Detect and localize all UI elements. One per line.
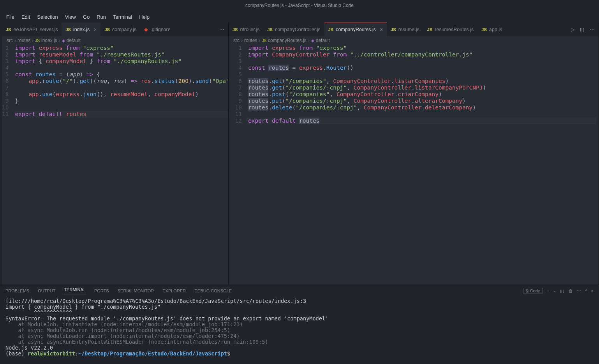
- panel-tab-debug-console[interactable]: DEBUG CONSOLE: [194, 288, 232, 293]
- code-line[interactable]: export default routes: [15, 111, 228, 118]
- split-icon[interactable]: ⫿⫿: [580, 26, 585, 32]
- close-icon[interactable]: ×: [380, 26, 383, 33]
- breadcrumb-item[interactable]: default: [316, 38, 330, 43]
- panel-tab-terminal[interactable]: TERMINAL: [64, 287, 86, 294]
- tab-ntroller-js[interactable]: JSntroller.js: [229, 23, 264, 36]
- code-line[interactable]: const routes = (app) => {: [15, 71, 228, 78]
- panel-tab-output[interactable]: OUTPUT: [38, 288, 55, 293]
- code-line[interactable]: [15, 65, 228, 71]
- code-line[interactable]: routes.post("/companies", CompanyControl…: [248, 91, 596, 98]
- code-line[interactable]: import { companyModel } from "./companyR…: [15, 58, 228, 65]
- code-line[interactable]: routes.put("/companies/:cnpj", CompanyCo…: [248, 98, 596, 104]
- line-number: 10: [2, 104, 9, 111]
- panel-tab-serial-monitor[interactable]: SERIAL MONITOR: [118, 288, 154, 293]
- breadcrumb-item[interactable]: routes: [244, 38, 257, 43]
- tab-index-js[interactable]: JSindex.js×: [62, 23, 100, 36]
- more-icon[interactable]: ⋯: [219, 26, 224, 32]
- more-icon[interactable]: ⋯: [577, 288, 581, 294]
- panel-tab-explorer[interactable]: EXPLORER: [162, 288, 186, 293]
- menu-go[interactable]: Go: [80, 12, 93, 21]
- trash-icon[interactable]: 🗑: [569, 288, 573, 293]
- breadcrumb-item[interactable]: companyRoutes.js: [268, 38, 307, 43]
- code-line[interactable]: [15, 104, 228, 111]
- more-icon[interactable]: ⋯: [590, 26, 595, 32]
- tab-company-js[interactable]: JScompany.js: [100, 23, 140, 36]
- code-line[interactable]: [15, 84, 228, 91]
- breadcrumb-left[interactable]: src›routes›JSindex.js›◈default: [2, 36, 228, 45]
- line-number: 8: [229, 91, 242, 98]
- tab-label: resumesRoutes.js: [435, 27, 474, 32]
- menu-selection[interactable]: Selection: [34, 12, 61, 21]
- tab-app-js[interactable]: JSapp.js: [477, 23, 506, 36]
- gutter-left: 1234567891011: [2, 45, 15, 285]
- code-line[interactable]: routes.get("/companies", CompanyControll…: [248, 78, 596, 84]
- code-editor-right[interactable]: 123456789101112 import express from "exp…: [229, 45, 599, 285]
- code-line[interactable]: import resumeModel from "./resumesRoutes…: [15, 51, 228, 58]
- title-bar: companyRoutes.js - JavaScript - Visual S…: [0, 0, 599, 11]
- breadcrumb-item[interactable]: index.js: [41, 38, 57, 43]
- chevron-right-icon: ›: [32, 38, 33, 43]
- new-terminal-icon[interactable]: +: [547, 288, 549, 293]
- tab-eeJobsAPI_server-js[interactable]: JSeeJobsAPI_server.js: [2, 23, 62, 36]
- breadcrumb-item[interactable]: default: [67, 38, 81, 43]
- code-line[interactable]: [248, 111, 596, 118]
- tab-label: eeJobsAPI_server.js: [13, 27, 58, 32]
- menu-help[interactable]: Help: [136, 12, 153, 21]
- code-line[interactable]: app.route("/").get((req, res) => res.sta…: [15, 78, 228, 84]
- chevron-down-icon[interactable]: ⌄: [553, 289, 556, 293]
- tab-companyRoutes-js[interactable]: JScompanyRoutes.js×: [324, 23, 387, 36]
- terminal-output[interactable]: file:///home/real/Desktop/Programa%C3%A7…: [0, 297, 599, 364]
- code-line[interactable]: [248, 71, 596, 78]
- terminal-icon: ⎘: [526, 288, 529, 293]
- code-line[interactable]: app.use(express.json(), resumeModel, com…: [15, 91, 228, 98]
- code-line[interactable]: import CompanyController from "../contro…: [248, 51, 596, 58]
- menu-view[interactable]: View: [62, 12, 79, 21]
- menu-terminal[interactable]: Terminal: [110, 12, 135, 21]
- code-line[interactable]: import express from "express": [248, 45, 596, 51]
- line-number: 4: [2, 65, 9, 71]
- close-icon[interactable]: ×: [93, 26, 97, 33]
- code-line[interactable]: import express from "express": [15, 45, 228, 51]
- tab-resume-js[interactable]: JSresume.js: [387, 23, 423, 36]
- tab-label: companyController.js: [275, 27, 321, 32]
- panel-tab-ports[interactable]: PORTS: [94, 288, 109, 293]
- code-line[interactable]: const routes = express.Router(): [248, 65, 596, 71]
- js-icon: JS: [6, 27, 11, 32]
- code-line[interactable]: export default routes: [248, 118, 596, 124]
- tab-companyController-js[interactable]: JScompanyController.js: [264, 23, 324, 36]
- menu-edit[interactable]: Edit: [18, 12, 33, 21]
- terminal-selector[interactable]: ⎘ Code: [523, 288, 543, 294]
- terminal-line: import { companyModel } from "./companyR…: [5, 304, 594, 310]
- code-line[interactable]: routes.delete("/companies/:cnpj", Compan…: [248, 104, 596, 111]
- code-line[interactable]: }: [15, 98, 228, 104]
- breadcrumb-item[interactable]: src: [233, 38, 240, 43]
- js-icon: JS: [35, 39, 40, 43]
- tab-resumesRoutes-js[interactable]: JSresumesRoutes.js: [423, 23, 478, 36]
- line-number: 9: [2, 98, 9, 104]
- tab-label: ntroller.js: [240, 27, 259, 32]
- code-lines-left[interactable]: import express from "express"import resu…: [15, 45, 228, 285]
- terminal-prompt[interactable]: (base) real@victorbitt:~/Desktop/Program…: [5, 351, 594, 357]
- tabs-right: JSntroller.jsJScompanyController.jsJScom…: [229, 23, 599, 36]
- line-number: 11: [2, 111, 9, 118]
- terminal-line: file:///home/real/Desktop/Programa%C3%A7…: [5, 298, 594, 304]
- breadcrumb-item[interactable]: src: [7, 38, 13, 43]
- tab--gitignore[interactable]: ◆.gitignore: [140, 23, 174, 36]
- code-line[interactable]: [248, 58, 596, 65]
- code-line[interactable]: routes.get("/companies/:cnpj", CompanyCo…: [248, 84, 596, 91]
- tab-label: companyRoutes.js: [336, 27, 376, 32]
- breadcrumb-right[interactable]: src›routes›JScompanyRoutes.js›◈default: [229, 36, 599, 45]
- line-number: 7: [229, 84, 242, 91]
- chevron-up-icon[interactable]: ^: [585, 288, 587, 293]
- code-editor-left[interactable]: 1234567891011 import express from "expre…: [2, 45, 228, 285]
- panel-tab-problems[interactable]: PROBLEMS: [5, 288, 29, 293]
- split-terminal-icon[interactable]: ⫿⫿: [560, 288, 565, 293]
- tabs-left: JSeeJobsAPI_server.jsJSindex.js×JScompan…: [2, 23, 228, 36]
- breadcrumb-item[interactable]: routes: [18, 38, 30, 43]
- minimap-right[interactable]: [596, 45, 599, 285]
- close-icon[interactable]: ×: [591, 288, 594, 293]
- menu-run[interactable]: Run: [93, 12, 109, 21]
- code-lines-right[interactable]: import express from "express"import Comp…: [248, 45, 596, 285]
- run-icon[interactable]: ▷: [571, 26, 575, 32]
- menu-file[interactable]: File: [3, 12, 18, 21]
